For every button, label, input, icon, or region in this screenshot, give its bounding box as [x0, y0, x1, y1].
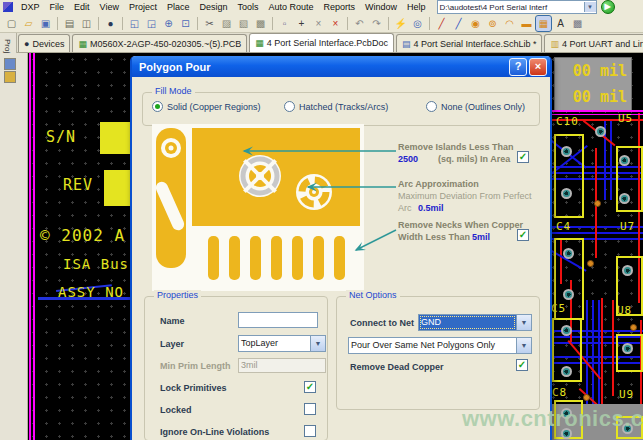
save-icon[interactable]: ▣	[38, 16, 53, 31]
tab-devices[interactable]: ●Devices	[18, 34, 70, 52]
zoom-in-icon[interactable]: ⊕	[161, 16, 176, 31]
remove-islands-value[interactable]: 2500	[398, 154, 418, 164]
menu-item-reports[interactable]: Reports	[319, 1, 361, 14]
remove-necks-checkbox[interactable]: ✓	[517, 229, 529, 241]
deselect-icon[interactable]: ×	[311, 16, 326, 31]
combo-dropdown-icon[interactable]: ▼	[584, 2, 596, 12]
menu-item-tools[interactable]: Tools	[232, 1, 263, 14]
new-document-icon[interactable]: ▢	[4, 16, 19, 31]
locked-checkbox[interactable]	[304, 403, 316, 415]
document-path-combo[interactable]: D:\audotest\4 Port Serial Interf ▼	[437, 0, 597, 14]
ignore-violations-label: Ignore On-Line Violations	[160, 427, 269, 437]
chevron-down-icon[interactable]: ▼	[516, 338, 531, 353]
silkscreen-text: ISA Bus	[63, 256, 129, 272]
text-string-icon[interactable]: A	[553, 16, 568, 31]
layer-value: TopLayer	[239, 336, 310, 351]
clear-filter-icon[interactable]: ×	[328, 16, 343, 31]
remove-necks-label2: Width Less Than	[398, 232, 470, 242]
redo-icon[interactable]: ↷	[369, 16, 384, 31]
search-icon[interactable]: ◎	[410, 16, 425, 31]
projects-panel-edge[interactable]	[0, 53, 28, 440]
autoroute-icon[interactable]: ⚡	[393, 16, 408, 31]
radio-none-label[interactable]: None (Outlines Only)	[441, 102, 525, 112]
chevron-down-icon[interactable]: ▼	[310, 336, 325, 351]
toolbar-separator	[272, 17, 273, 30]
pour-over-select[interactable]: Pour Over Same Net Polygons Only ▼	[348, 337, 532, 354]
trace-segment	[33, 53, 35, 440]
tab-m0560x-2agp-450-020305-5-pcb[interactable]: ▦M0560X-2AGP-450-020305.~(5).PCB	[72, 34, 247, 52]
view-3d-icon[interactable]: ●	[103, 16, 118, 31]
differential-route-icon[interactable]: ╱	[451, 16, 466, 31]
ignore-violations-checkbox[interactable]	[304, 425, 316, 437]
tab-4-port-uart-and-line-drivers-s[interactable]: ▥4 Port UART and Line Drivers.S	[544, 34, 643, 52]
polygon-pour-icon[interactable]: ▦	[536, 16, 551, 31]
document-path-value: D:\audotest\4 Port Serial Interf	[438, 3, 584, 12]
layer-select[interactable]: TopLayer ▼	[238, 335, 326, 352]
pad	[561, 325, 572, 336]
zoom-document-icon[interactable]: ◱	[127, 16, 142, 31]
menu-item-help[interactable]: Help	[402, 1, 431, 14]
paste-icon[interactable]: ▧	[236, 16, 251, 31]
cut-icon[interactable]: ✂	[202, 16, 217, 31]
menu-item-place[interactable]: Place	[162, 1, 195, 14]
menu-item-design[interactable]: Design	[194, 1, 232, 14]
menu-item-view[interactable]: View	[95, 1, 124, 14]
lock-primitives-label: Lock Primitives	[160, 383, 227, 393]
paste-array-icon[interactable]: ▩	[253, 16, 268, 31]
print-preview-icon[interactable]: ◫	[79, 16, 94, 31]
zoom-area-icon[interactable]: ⊡	[178, 16, 193, 31]
radio-hatched-label[interactable]: Hatched (Tracks/Arcs)	[299, 102, 388, 112]
undo-icon[interactable]: ↶	[352, 16, 367, 31]
connect-to-net-label: Connect to Net	[350, 318, 414, 328]
print-icon[interactable]: ▤	[62, 16, 77, 31]
tab-4-port-serial-interface-schlib[interactable]: ▤4 Port Serial Interface.SchLib *	[396, 34, 543, 52]
arc-label: Arc	[398, 203, 412, 213]
copy-icon[interactable]: ▨	[219, 16, 234, 31]
menu-item-file[interactable]: File	[45, 1, 70, 14]
interactive-route-icon[interactable]: ╱	[434, 16, 449, 31]
menu-items: DXPFileEditViewProjectPlaceDesignToolsAu…	[16, 1, 431, 14]
help-advisor-icon[interactable]: ▶	[601, 0, 615, 14]
menu-item-dxp[interactable]: DXP	[16, 1, 45, 14]
remove-islands-checkbox[interactable]: ✓	[517, 151, 529, 163]
dialog-titlebar[interactable]: Polygon Pour ? ×	[132, 56, 550, 77]
select-area-icon[interactable]: ▫	[277, 16, 292, 31]
polygon-preview-image	[152, 124, 364, 291]
name-field[interactable]	[238, 312, 318, 328]
move-icon[interactable]: +	[294, 16, 309, 31]
zoom-sheet-icon[interactable]: ◲	[144, 16, 159, 31]
radio-none[interactable]	[426, 101, 437, 112]
net-options-caption: Net Options	[346, 290, 400, 300]
menu-item-auto-route[interactable]: Auto Route	[263, 1, 318, 14]
radio-solid[interactable]	[152, 101, 163, 112]
panel-icon[interactable]	[4, 58, 16, 70]
menu-item-edit[interactable]: Edit	[69, 1, 95, 14]
radio-solid-label[interactable]: Solid (Copper Regions)	[167, 102, 261, 112]
help-button[interactable]: ?	[509, 58, 527, 76]
fill-icon[interactable]: ▬	[519, 16, 534, 31]
arc-icon[interactable]: ◠	[502, 16, 517, 31]
via-icon[interactable]: ⊚	[485, 16, 500, 31]
pad	[619, 193, 630, 204]
panel-icon[interactable]	[4, 71, 16, 83]
pad	[563, 248, 574, 259]
pad	[561, 146, 572, 157]
connect-to-net-select[interactable]: GND ▼	[418, 314, 532, 331]
silkscreen-text: U9	[619, 388, 634, 401]
tab-4-port-serial-interface-pcbdoc[interactable]: ▦4 Port Serial Interface.PcbDoc	[249, 33, 394, 52]
open-icon[interactable]: ▱	[21, 16, 36, 31]
lock-primitives-checkbox[interactable]: ✓	[304, 381, 316, 393]
chevron-down-icon[interactable]: ▼	[516, 315, 531, 330]
menu-item-project[interactable]: Project	[124, 1, 162, 14]
arc-deviation-value[interactable]: 0.5mil	[418, 203, 444, 213]
menu-item-window[interactable]: Window	[360, 1, 402, 14]
radio-hatched[interactable]	[284, 101, 295, 112]
close-button[interactable]: ×	[529, 58, 547, 76]
connect-to-net-value: GND	[419, 315, 516, 330]
component-icon[interactable]: ▩	[570, 16, 585, 31]
silkscreen-text: U8	[617, 304, 632, 317]
pad-icon[interactable]: ◉	[468, 16, 483, 31]
remove-dead-copper-checkbox[interactable]: ✓	[516, 359, 528, 371]
remove-necks-value[interactable]: 5mil	[472, 232, 490, 242]
devices-icon: ●	[24, 39, 29, 49]
